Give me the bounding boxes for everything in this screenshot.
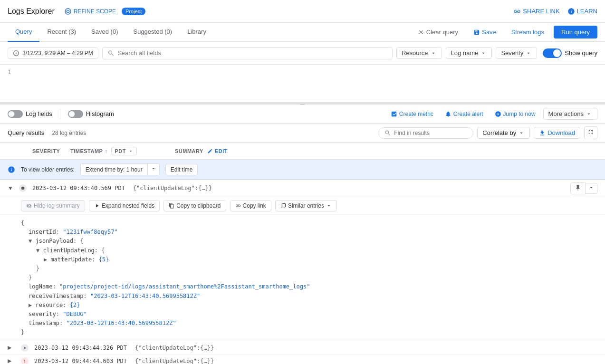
copy-link-button[interactable]: Copy link	[230, 200, 271, 211]
row-timestamp: 2023-03-12 09:43:44.326 PDT	[34, 345, 129, 351]
log-field-jsonPayload-close: }	[29, 273, 597, 282]
find-input[interactable]	[394, 130, 465, 136]
refine-scope-button[interactable]: REFINE SCOPE	[64, 8, 116, 15]
date-range-picker[interactable]: 3/12/23, 9:29 AM – 4:29 PM	[8, 48, 98, 59]
show-query-toggle[interactable]: ✓	[543, 48, 562, 58]
row-timestamp: 2023-03-12 09:44:44.603 PDT	[34, 358, 129, 364]
expanded-entry-header[interactable]: ▼ 2023-03-12 09:43:40.569 PDT {"clientUp…	[0, 180, 605, 197]
histogram-label: Histogram	[86, 110, 114, 117]
log-entry-row[interactable]: ▶ ● 2023-03-12 09:43:44.326 PDT {"client…	[0, 341, 605, 354]
tab-query[interactable]: Query	[8, 23, 39, 42]
extend-banner: To view older entries: Extend time by: 1…	[0, 160, 605, 180]
log-content: { insertId: "123ifwwf8oqy57" ▼ jsonPaylo…	[0, 214, 605, 341]
edit-icon	[207, 148, 213, 154]
histogram-toggle[interactable]: Histogram	[68, 110, 114, 118]
banner-text: To view older entries:	[21, 166, 75, 173]
log-field-jsonPayload: ▼ jsonPayload: {	[29, 237, 597, 246]
log-entry-row[interactable]: ▶ ! 2023-03-12 09:44:44.603 PDT {"client…	[0, 354, 605, 364]
results-right: Correlate by Download	[378, 126, 597, 139]
tab-recent[interactable]: Recent (3)	[39, 23, 84, 42]
date-range-value: 3/12/23, 9:29 AM – 4:29 PM	[22, 50, 93, 57]
query-editor[interactable]: 1	[0, 65, 605, 103]
jump-to-now-button[interactable]: Jump to now	[491, 109, 539, 119]
correlate-chevron-icon	[518, 130, 525, 136]
show-query-label: Show query	[565, 49, 597, 57]
histogram-switch[interactable]	[68, 110, 83, 118]
expand-nested-button[interactable]: Expand nested fields	[89, 200, 160, 211]
pdt-timezone-button[interactable]: PDT	[111, 147, 137, 155]
entry-summary: {"clientUpdateLog":{…}}	[133, 185, 565, 192]
top-bar: Logs Explorer REFINE SCOPE Project SHARE…	[0, 0, 605, 23]
hide-log-summary-button[interactable]: Hide log summary	[21, 200, 85, 211]
more-actions-button[interactable]: More actions	[543, 108, 597, 120]
resource-filter[interactable]: Resource	[396, 47, 442, 59]
tab-suggested[interactable]: Suggested (0)	[125, 23, 180, 42]
edit-time-button[interactable]: Edit time	[165, 164, 198, 175]
stream-logs-button[interactable]: Stream logs	[506, 26, 550, 38]
log-fields-label: Log fields	[26, 110, 52, 117]
row-severity-icon: !	[21, 357, 29, 364]
log-field-close-brace: }	[21, 328, 597, 337]
tab-library[interactable]: Library	[180, 23, 214, 42]
learn-icon	[567, 8, 575, 15]
extend-dropdown-icon[interactable]	[148, 164, 159, 175]
run-query-button[interactable]: Run query	[554, 26, 597, 38]
extend-time-button[interactable]: Extend time by: 1 hour	[80, 163, 160, 175]
log-name-filter[interactable]: Log name	[446, 47, 492, 59]
learn-button[interactable]: LEARN	[567, 8, 597, 15]
expand-table-button[interactable]	[584, 126, 597, 139]
pin-chevron-icon	[588, 185, 594, 191]
pdt-chevron-icon	[128, 148, 134, 154]
search-input[interactable]	[117, 49, 387, 57]
clock-icon	[13, 50, 19, 57]
search-field[interactable]	[102, 47, 393, 59]
svg-point-2	[21, 187, 25, 190]
log-field-receiveTimestamp: receiveTimestamp: "2023-03-12T16:43:40.5…	[29, 292, 597, 301]
timestamp-header[interactable]: TIMESTAMP ↑ PDT	[70, 147, 175, 155]
show-query-toggle-group: ✓ Show query	[543, 48, 597, 58]
top-right-actions: SHARE LINK LEARN	[513, 8, 597, 15]
search-icon	[107, 49, 115, 57]
tab-saved[interactable]: Saved (0)	[84, 23, 125, 42]
row-expand-chevron[interactable]: ▶	[8, 345, 15, 351]
collapse-chevron-icon[interactable]: ▼	[8, 185, 13, 192]
similar-chevron-icon	[326, 203, 332, 209]
copy-clipboard-button[interactable]: Copy to clipboard	[163, 200, 226, 211]
row-expand-chevron[interactable]: ▶	[8, 358, 15, 364]
clear-query-button[interactable]: Clear query	[412, 26, 464, 38]
expand-icon	[587, 129, 594, 135]
check-mark: ✓	[556, 50, 560, 55]
jump-icon	[495, 111, 501, 117]
copy-icon	[169, 203, 174, 209]
download-button[interactable]: Download	[534, 127, 580, 139]
pin-button[interactable]	[570, 182, 586, 194]
correlate-button[interactable]: Correlate by	[477, 127, 530, 139]
log-field-clientUpdateLog-close: }	[36, 264, 597, 273]
pin-dropdown-button[interactable]	[586, 183, 597, 194]
entry-actions	[570, 182, 597, 194]
info-icon	[8, 166, 15, 173]
hide-icon	[26, 203, 32, 209]
similar-entries-button[interactable]: Similar entries	[275, 200, 337, 211]
share-link-button[interactable]: SHARE LINK	[513, 8, 559, 15]
severity-header[interactable]: SEVERITY	[32, 148, 70, 154]
severity-debug-icon	[19, 184, 27, 192]
log-fields-switch[interactable]	[8, 110, 23, 118]
edit-summary-button[interactable]: EDIT	[207, 148, 228, 154]
create-metric-button[interactable]: Create metric	[387, 109, 437, 119]
debug-icon	[20, 186, 25, 191]
project-badge: Project	[122, 8, 145, 15]
log-field-open-brace: {	[21, 219, 597, 228]
results-bar: Query results 28 log entries Correlate b…	[0, 124, 605, 143]
svg-point-0	[65, 9, 71, 14]
row-summary: {"clientUpdateLog":{…}}	[135, 358, 597, 364]
severity-filter[interactable]: Severity	[496, 47, 537, 59]
find-in-results[interactable]	[378, 127, 473, 139]
chevron-down-icon3	[525, 50, 532, 57]
create-alert-button[interactable]: Create alert	[441, 109, 487, 119]
results-title: Query results	[8, 129, 44, 136]
log-entries-list: ▶ ● 2023-03-12 09:43:44.326 PDT {"client…	[0, 341, 605, 364]
log-fields-toggle[interactable]: Log fields	[8, 110, 52, 118]
chevron-down-icon	[430, 50, 437, 57]
save-button[interactable]: Save	[468, 26, 502, 38]
